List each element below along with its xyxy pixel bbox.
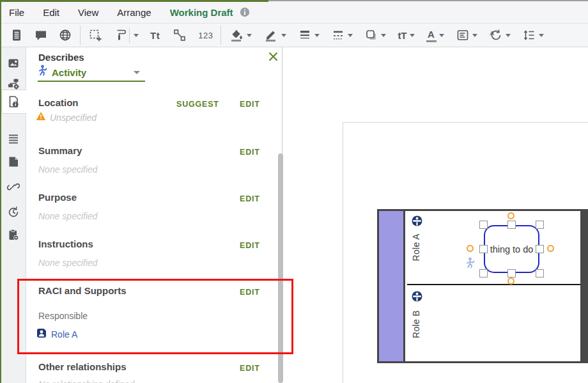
connection-point-south[interactable] <box>507 277 514 285</box>
shape-style-icon[interactable] <box>361 26 389 45</box>
link-icon[interactable] <box>6 179 20 193</box>
resize-handle-nw[interactable] <box>479 221 488 229</box>
lane-label: Role A <box>411 233 421 261</box>
activity-icon <box>38 65 47 80</box>
globe-icon[interactable] <box>55 26 75 45</box>
instructions-value: None specified <box>38 258 98 268</box>
comment-icon[interactable] <box>31 26 51 45</box>
role-card-icon <box>36 328 47 341</box>
media-card-icon[interactable] <box>6 56 20 70</box>
process-settings-icon[interactable] <box>6 77 20 91</box>
describes-panel: Describes Activity Location SUGGEST EDIT… <box>26 47 284 383</box>
menu-edit[interactable]: Edit <box>43 7 59 18</box>
info-icon[interactable] <box>240 7 250 17</box>
fill-color-icon[interactable] <box>226 26 255 45</box>
role-link[interactable]: Role A <box>36 328 77 341</box>
multi-select-icon[interactable] <box>85 26 105 45</box>
draft-status-label[interactable]: Working Draft <box>170 7 233 18</box>
role-icon <box>412 215 422 229</box>
connector-icon[interactable] <box>169 26 190 45</box>
swimlane-container[interactable]: Role A Role B <box>377 209 588 363</box>
format-painter-icon[interactable] <box>111 26 142 45</box>
chevron-down-icon <box>134 71 140 74</box>
role-icon <box>412 291 422 304</box>
resize-handle-ne[interactable] <box>536 221 544 229</box>
history-icon[interactable] <box>6 205 20 219</box>
chevron-down-icon[interactable] <box>472 34 477 37</box>
close-icon[interactable] <box>268 51 279 62</box>
line-width-icon[interactable] <box>295 26 323 45</box>
activity-shape[interactable]: thing to do <box>484 225 539 273</box>
edit-other-button[interactable]: EDIT <box>240 364 260 373</box>
text-style-icon[interactable]: Tt <box>147 26 163 45</box>
chevron-down-icon[interactable] <box>381 34 386 37</box>
toolbar-separator <box>80 26 81 45</box>
type-selector[interactable]: Activity <box>38 63 146 81</box>
swimlane-right-bar <box>580 209 588 363</box>
chevron-down-icon[interactable] <box>314 34 320 37</box>
resize-handle-n[interactable] <box>507 221 516 229</box>
chevron-down-icon[interactable] <box>439 34 444 37</box>
section-location-title: Location <box>38 97 79 108</box>
toolbar-separator <box>220 26 221 45</box>
location-value: Unspecified <box>50 113 97 123</box>
edit-raci-button[interactable]: EDIT <box>240 288 260 297</box>
connection-point-north[interactable] <box>507 212 514 219</box>
chevron-down-icon[interactable] <box>281 34 286 37</box>
edit-purpose-button[interactable]: EDIT <box>240 194 260 203</box>
swimlane-header-bar[interactable] <box>379 211 405 361</box>
line-color-icon[interactable] <box>260 26 290 45</box>
section-summary-title: Summary <box>38 145 82 156</box>
tasks-settings-icon[interactable] <box>6 228 20 242</box>
line-style-icon[interactable] <box>328 26 356 45</box>
section-other-title: Other relationships <box>38 361 127 372</box>
list-icon[interactable] <box>6 132 20 146</box>
chevron-down-icon[interactable] <box>410 34 415 37</box>
diagram-canvas[interactable]: Role A Role B thing to do <box>284 47 588 383</box>
type-selector-value: Activity <box>52 67 86 78</box>
resize-handle-e[interactable] <box>536 245 544 253</box>
toolbar: Tt 123 tT <box>0 24 588 47</box>
left-accent-bar <box>0 0 1 383</box>
scrollbar-thumb[interactable] <box>278 153 283 383</box>
note-icon[interactable] <box>6 155 20 169</box>
summary-value: None specified <box>38 164 98 175</box>
section-raci-title: RACI and Supports <box>38 285 127 296</box>
resize-handle-s[interactable] <box>507 269 516 277</box>
chevron-down-icon[interactable] <box>247 34 252 37</box>
menu-view[interactable]: View <box>78 7 98 18</box>
line-spacing-icon[interactable] <box>519 26 547 45</box>
panel-title: Describes <box>38 52 84 63</box>
edit-location-button[interactable]: EDIT <box>240 100 260 109</box>
edit-instructions-button[interactable]: EDIT <box>240 241 260 250</box>
connection-point-east[interactable] <box>547 245 554 252</box>
app-window: File Edit View Arrange Working Draft Tt <box>0 0 588 383</box>
text-box-icon[interactable] <box>453 26 481 45</box>
document-icon[interactable] <box>6 26 27 45</box>
chevron-down-icon[interactable] <box>134 34 139 37</box>
connection-point-west[interactable] <box>467 245 474 252</box>
section-instructions-title: Instructions <box>38 238 93 249</box>
menu-file[interactable]: File <box>9 7 24 18</box>
activity-shape-label: thing to do <box>490 244 534 254</box>
font-size-icon[interactable]: tT <box>394 26 417 45</box>
type-selector-underline <box>38 81 145 82</box>
numbering-icon[interactable]: 123 <box>195 26 216 45</box>
lane-role-b[interactable]: Role B <box>407 286 588 361</box>
suggest-button[interactable]: SUGGEST <box>176 100 219 109</box>
purpose-value: None specified <box>38 211 98 221</box>
edit-summary-button[interactable]: EDIT <box>240 148 260 157</box>
top-accent-bar <box>0 0 268 2</box>
resize-handle-se[interactable] <box>536 269 544 277</box>
details-icon[interactable] <box>6 95 20 109</box>
resize-handle-w[interactable] <box>479 245 488 253</box>
resize-handle-sw[interactable] <box>479 269 488 277</box>
chevron-down-icon[interactable] <box>506 34 511 37</box>
responsible-label: Responsible <box>38 311 88 321</box>
menubar: File Edit View Arrange Working Draft <box>0 1 588 24</box>
menu-arrange[interactable]: Arrange <box>117 7 151 18</box>
chevron-down-icon[interactable] <box>348 34 353 37</box>
rotate-text-icon[interactable]: A <box>486 26 514 45</box>
font-color-icon[interactable]: A <box>423 26 447 45</box>
chevron-down-icon[interactable] <box>539 34 544 37</box>
